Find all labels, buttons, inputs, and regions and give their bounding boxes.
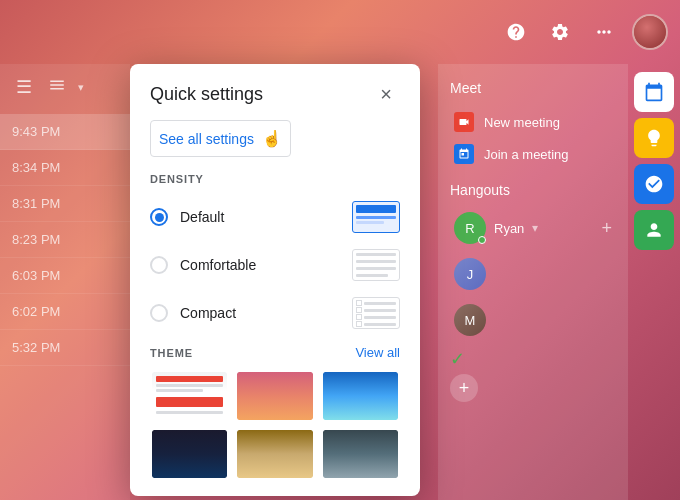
density-default-radio[interactable] (150, 208, 168, 226)
hamburger-icon[interactable]: ☰ (12, 72, 36, 102)
compact-row (356, 321, 396, 327)
add-contact-button[interactable]: + (450, 374, 478, 402)
compact-check (356, 314, 362, 320)
email-time-row[interactable]: 9:43 PM (0, 114, 130, 150)
theme-dark-preview (152, 430, 227, 478)
hangouts-section-title: Hangouts (450, 182, 616, 198)
ryan-name: Ryan (494, 221, 524, 236)
theme-desert-thumbnail[interactable] (235, 428, 314, 480)
theme-header-bar (156, 376, 223, 382)
contacts-app-icon[interactable] (634, 210, 674, 250)
density-compact-preview (352, 297, 400, 329)
meet-section-title: Meet (450, 80, 616, 96)
join-meeting-label: Join a meeting (484, 147, 569, 162)
email-time-row[interactable]: 5:32 PM (0, 330, 130, 366)
density-comfortable-radio[interactable] (150, 256, 168, 274)
keep-app-icon[interactable] (634, 118, 674, 158)
new-meeting-button[interactable]: New meeting (450, 106, 616, 138)
theme-sunset-preview (237, 372, 312, 420)
density-section-label: DENSITY (130, 173, 420, 193)
online-status-dot (478, 236, 486, 244)
compact-line (364, 302, 396, 305)
help-icon-button[interactable] (496, 12, 536, 52)
theme-red-bar (156, 397, 223, 407)
cursor-icon: ☝ (262, 129, 282, 148)
contact-avatar-1: J (454, 258, 486, 290)
compact-row (356, 307, 396, 313)
hangout-contacts-list: J M (450, 254, 616, 340)
email-toolbar: ☰ ▾ (0, 64, 130, 110)
theme-section-label: THEME (150, 347, 193, 359)
preview-line (356, 216, 396, 219)
email-time-list: 9:43 PM 8:34 PM 8:31 PM 8:23 PM 6:03 PM … (0, 110, 130, 370)
density-comfortable-option[interactable]: Comfortable (130, 241, 420, 289)
density-compact-radio[interactable] (150, 304, 168, 322)
theme-city-thumbnail[interactable] (321, 428, 400, 480)
email-time-row[interactable]: 8:31 PM (0, 186, 130, 222)
theme-ocean-thumbnail[interactable] (321, 370, 400, 422)
top-bar (0, 0, 680, 64)
theme-default-thumbnail[interactable] (150, 370, 229, 422)
quick-settings-header: Quick settings × (130, 64, 420, 120)
preview-line-short (356, 221, 384, 224)
email-time-row[interactable]: 8:34 PM (0, 150, 130, 186)
quick-settings-title: Quick settings (150, 84, 263, 105)
compact-row (356, 300, 396, 306)
checkmark-row: ✓ (450, 348, 616, 370)
view-toggle[interactable]: ▾ (78, 81, 84, 94)
contact-2[interactable]: M (450, 300, 616, 340)
tasks-app-icon[interactable] (634, 164, 674, 204)
theme-grid (130, 370, 420, 496)
theme-view-all-button[interactable]: View all (355, 345, 400, 360)
theme-preview-line (156, 411, 223, 414)
density-default-preview (352, 201, 400, 233)
density-compact-label: Compact (180, 305, 340, 321)
see-all-settings-button[interactable]: See all settings ☝ (150, 120, 291, 157)
add-hangout-button[interactable]: + (601, 218, 612, 239)
apps-icon-button[interactable] (584, 12, 624, 52)
theme-desert-preview (237, 430, 312, 478)
quick-settings-close-button[interactable]: × (372, 80, 400, 108)
settings-icon-button[interactable] (540, 12, 580, 52)
avatar-image (634, 16, 666, 48)
theme-default-preview (152, 372, 227, 420)
theme-ocean-preview (323, 372, 398, 420)
theme-dark-thumbnail[interactable] (150, 428, 229, 480)
preview-line (356, 260, 396, 263)
list-view-icon[interactable] (44, 72, 70, 102)
density-compact-option[interactable]: Compact (130, 289, 420, 337)
join-meeting-button[interactable]: Join a meeting (450, 138, 616, 170)
check-icon: ✓ (450, 348, 465, 370)
contact-avatar-2: M (454, 304, 486, 336)
compact-check (356, 321, 362, 327)
compact-line (364, 309, 396, 312)
contact-1[interactable]: J (450, 254, 616, 294)
compact-check (356, 307, 362, 313)
preview-line (356, 253, 396, 256)
compact-row (356, 314, 396, 320)
email-time-row[interactable]: 6:03 PM (0, 258, 130, 294)
calendar-app-icon[interactable] (634, 72, 674, 112)
hangouts-divider: Hangouts (450, 182, 616, 198)
preview-bar (356, 205, 396, 213)
compact-check (356, 300, 362, 306)
density-default-option[interactable]: Default (130, 193, 420, 241)
meet-hangouts-panel: Meet New meeting Join a meeting Hangouts… (438, 64, 628, 500)
theme-section-header: THEME View all (130, 337, 420, 370)
density-default-label: Default (180, 209, 340, 225)
density-comfortable-preview (352, 249, 400, 281)
quick-settings-panel: Quick settings × See all settings ☝ DENS… (130, 64, 420, 496)
email-time-row[interactable]: 8:23 PM (0, 222, 130, 258)
theme-preview-line (156, 384, 223, 387)
density-comfortable-label: Comfortable (180, 257, 340, 273)
ryan-avatar: R (454, 212, 486, 244)
ryan-dropdown: ▾ (532, 221, 538, 235)
email-sidebar: ☰ ▾ 9:43 PM 8:34 PM 8:31 PM 8:23 PM 6:03… (0, 64, 130, 500)
theme-preview-line (156, 389, 203, 392)
user-avatar-button[interactable] (632, 14, 668, 50)
email-time-row[interactable]: 6:02 PM (0, 294, 130, 330)
right-sidebar (628, 64, 680, 500)
theme-city-preview (323, 430, 398, 478)
theme-sunset-thumbnail[interactable] (235, 370, 314, 422)
ryan-hangout-user[interactable]: R Ryan ▾ + (450, 208, 616, 248)
